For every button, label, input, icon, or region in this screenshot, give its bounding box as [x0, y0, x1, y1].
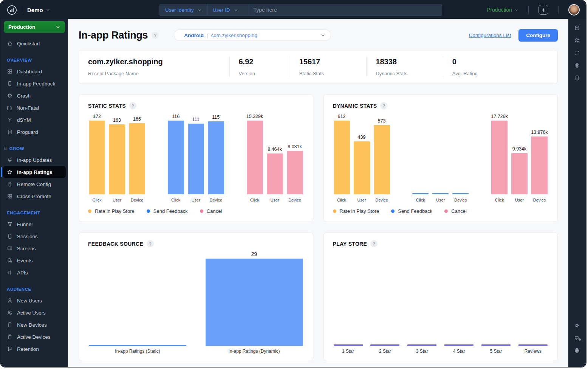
sidebar-item-remote-config[interactable]: Remote Config	[3, 178, 66, 190]
announcement-icon[interactable]	[574, 322, 580, 329]
static-stats-bar[interactable]	[208, 121, 224, 194]
static-stats-bar[interactable]	[129, 123, 145, 194]
app-selector-dropdown[interactable]: Android | com.zylker.shopping	[174, 29, 331, 41]
search-category-dropdown[interactable]: User Identity	[160, 4, 207, 16]
sidebar-item-label: Active Users	[17, 310, 46, 316]
search-field-dropdown[interactable]: User ID	[207, 4, 248, 16]
sidebar-item-new-users[interactable]: New Users	[3, 295, 66, 307]
sidebar-item-sessions[interactable]: Sessions	[3, 230, 66, 242]
static-stats-bar[interactable]	[267, 153, 283, 194]
sidebar-environment-button[interactable]: Production	[4, 21, 65, 33]
legend-item-cancel[interactable]: Cancel	[200, 208, 222, 214]
sidebar-item-active-users[interactable]: Active Users	[3, 307, 66, 319]
help-icon[interactable]: ?	[129, 102, 136, 109]
category-label: Device	[375, 194, 388, 202]
user-avatar[interactable]	[568, 4, 580, 16]
dynamic-stats-bar[interactable]	[511, 153, 528, 194]
apptics-logo-icon	[7, 5, 17, 15]
drag-handle-icon[interactable]: ⠿	[4, 147, 7, 151]
mobile-icon[interactable]	[574, 75, 580, 81]
bar-value-label: 163	[113, 118, 121, 123]
sidebar-item-active-devices[interactable]: Active Devices	[3, 331, 66, 343]
bar-column-device: 166Device	[129, 114, 145, 202]
legend-item-send-feedback[interactable]: Send Feedback	[391, 208, 432, 214]
audience-icon[interactable]	[574, 37, 580, 43]
legend-dot-icon	[333, 209, 336, 213]
integrations-icon[interactable]	[574, 62, 580, 68]
static-stats-bar[interactable]	[188, 124, 204, 194]
bar-group-send-feedback: 116Click111User115Device	[168, 114, 224, 202]
sidebar-item-events[interactable]: Events	[3, 254, 66, 267]
sidebar-item-funnel[interactable]: Funnel	[3, 218, 66, 230]
category-label: 2 Star	[379, 346, 391, 354]
globe-icon[interactable]	[574, 347, 580, 353]
feedback-chat-icon[interactable]	[574, 335, 580, 341]
sidebar-item-screens[interactable]: Screens	[3, 242, 66, 254]
category-label: 3 Star	[416, 346, 428, 354]
sidebar-item-cross-promote[interactable]: Cross-Promote	[3, 190, 66, 202]
dynamic-stats-bar[interactable]	[354, 141, 370, 194]
static-stats-bar[interactable]	[168, 121, 184, 194]
summary-cell-version: 6.92 Version	[229, 57, 290, 77]
help-icon[interactable]: ?	[152, 32, 159, 39]
help-icon[interactable]: ?	[370, 240, 378, 247]
configure-button[interactable]: Configure	[518, 29, 558, 42]
legend-item-rate-in-play-store[interactable]: Rate in Play Store	[88, 208, 135, 214]
static-stats-bar[interactable]	[247, 121, 263, 194]
remote-icon	[7, 181, 13, 187]
sidebar-item-dsym[interactable]: dSYM	[3, 114, 66, 126]
transfer-icon[interactable]	[574, 50, 580, 56]
sidebar-item-new-devices[interactable]: New Devices	[3, 319, 66, 331]
sidebar-item-in-app-updates[interactable]: In-app Updates	[3, 154, 66, 166]
add-button[interactable]	[538, 5, 548, 15]
legend-item-rate-in-play-store[interactable]: Rate in Play Store	[333, 208, 379, 214]
charts-grid: STATIC STATS ? 172Click163User166Device1…	[79, 94, 558, 361]
chart-title: FEEDBACK SOURCE	[88, 241, 143, 247]
legend-item-cancel[interactable]: Cancel	[444, 208, 466, 214]
sidebar-item-apis[interactable]: APIs	[3, 267, 66, 279]
main-content: In-app Ratings ? Android | com.zylker.sh…	[68, 19, 568, 367]
bar-value-label: 9.934k	[512, 146, 527, 152]
summary-cell-static-stats: 15617 Static Stats	[290, 57, 367, 77]
configurations-list-link[interactable]: Configurations List	[469, 33, 511, 38]
bar-column-5-star: 5 Star	[481, 344, 511, 354]
summary-value: com.zylker.shopping	[88, 57, 220, 66]
dynamic-stats-bar[interactable]	[491, 121, 508, 194]
workspace-name: Demo	[27, 7, 43, 13]
feedback-source-bar[interactable]	[206, 259, 303, 346]
dynamic-stats-card: DYNAMIC STATS ? 612Click439User573Device…	[323, 94, 558, 222]
legend-item-send-feedback[interactable]: Send Feedback	[147, 208, 188, 214]
search-input[interactable]	[248, 4, 442, 16]
new-device-icon	[7, 322, 13, 328]
sidebar-item-non-fatal[interactable]: { }Non-Fatal	[3, 102, 66, 114]
notes-icon[interactable]	[574, 25, 580, 31]
sidebar-item-quickstart[interactable]: Quickstart	[3, 37, 66, 50]
sidebar-item-proguard[interactable]: Proguard	[3, 126, 66, 138]
sidebar-item-retention[interactable]: Retention	[3, 343, 66, 355]
active-device-icon	[7, 334, 13, 340]
environment-dropdown[interactable]: Production	[487, 7, 518, 13]
sidebar-item-crash[interactable]: Crash	[3, 90, 66, 102]
dynamic-stats-bar[interactable]	[374, 125, 390, 194]
legend-label: Rate in Play Store	[340, 208, 379, 214]
dynamic-stats-bar[interactable]	[334, 121, 350, 194]
bar-value-label: 17.726k	[491, 114, 508, 119]
sidebar-item-in-app-ratings[interactable]: In-app Ratings	[3, 166, 66, 178]
right-rail	[568, 19, 586, 367]
sidebar-item-dashboard[interactable]: Dashboard	[3, 65, 66, 78]
help-icon[interactable]: ?	[147, 240, 154, 247]
category-label: User	[192, 194, 200, 202]
help-icon[interactable]: ?	[380, 102, 387, 109]
workspace-dropdown[interactable]: Demo	[27, 7, 50, 13]
star-icon	[7, 169, 13, 175]
dynamic-stats-bar[interactable]	[531, 136, 548, 194]
static-stats-bar[interactable]	[109, 124, 125, 194]
static-stats-bar[interactable]	[89, 121, 105, 194]
sidebar-item-in-app-feedback[interactable]: In-app Feedback	[3, 78, 66, 90]
static-stats-bar[interactable]	[287, 151, 303, 194]
sidebar-item-label: Retention	[17, 346, 39, 352]
chart-title: PLAY STORE	[333, 241, 367, 247]
bar-column-click: 17.726kClick	[491, 114, 508, 202]
category-label: Click	[250, 194, 259, 202]
sidebar-environment-label: Production	[8, 24, 35, 30]
